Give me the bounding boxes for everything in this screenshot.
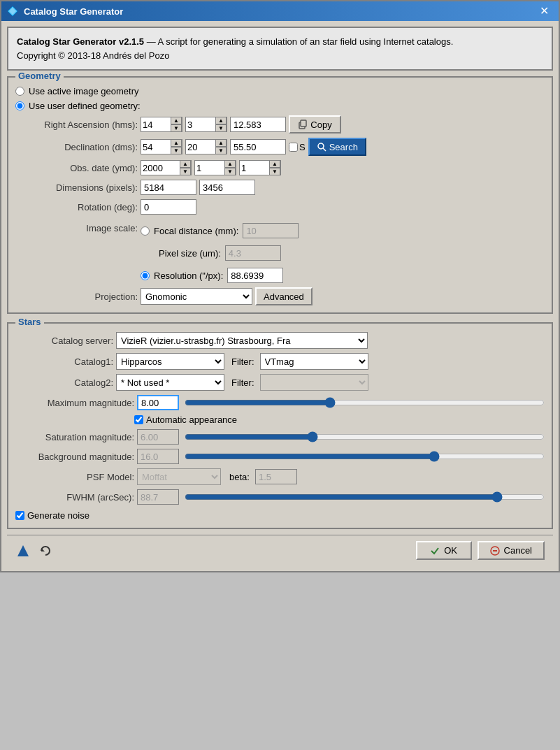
pixel-field [225,245,281,261]
cancel-icon [490,546,500,556]
triangle-icon [16,544,30,558]
obs-year-down[interactable]: ▼ [180,168,191,175]
obs-day-input[interactable]: ▲ ▼ [239,160,281,175]
obs-month-up[interactable]: ▲ [224,160,236,168]
s-checkbox-container: S [289,142,306,152]
dim-height-field[interactable] [199,180,255,195]
ra-row: Right Ascension (hms): ▲ ▼ ▲ ▼ [15,115,545,134]
svg-point-4 [318,143,324,149]
focal-field [243,223,299,238]
fwhm-slider-container [185,491,545,503]
obs-row: Obs. date (ymd): ▲ ▼ ▲ ▼ [15,160,545,175]
cancel-button[interactable]: Cancel [478,541,545,560]
sat-mag-slider[interactable] [185,431,545,442]
search-button[interactable]: Search [308,138,366,156]
obs-day-down[interactable]: ▼ [269,168,280,175]
dim-label: Dimensions (pixels): [15,182,138,193]
app-title-bold: Catalog Star Generator v2.1.5 [17,36,144,47]
dec-seconds-field[interactable] [230,139,286,154]
auto-appear-checkbox[interactable] [134,415,143,424]
projection-select[interactable]: Gnomonic [141,288,252,305]
filter1-select[interactable]: VTmag [260,353,368,370]
ra-hours-spinner[interactable]: ▲ ▼ [171,117,182,132]
obs-label: Obs. date (ymd): [15,163,138,173]
dec-minutes-down[interactable]: ▼ [215,147,227,154]
refresh-button[interactable] [38,543,53,558]
bg-mag-slider[interactable] [185,451,545,462]
resolution-radio[interactable] [141,271,150,280]
obs-day-up[interactable]: ▲ [269,160,280,168]
noise-label: Generate noise [27,510,89,521]
max-mag-slider[interactable] [185,397,545,408]
ra-minutes-up[interactable]: ▲ [215,117,227,124]
dec-s-checkbox[interactable] [289,143,298,152]
auto-appear-label: Automatic appearance [146,414,237,425]
geometry-group: Geometry Use active image geometry Use u… [7,76,553,314]
gen-noise-checkbox[interactable] [15,511,24,520]
catalog-server-label: Catalog server: [15,336,113,346]
radio-user-label: Use user defined geometry: [29,101,141,111]
ra-seconds-field[interactable] [230,117,286,132]
dec-minutes-field[interactable] [186,140,215,154]
ra-minutes-input[interactable]: ▲ ▼ [185,117,227,132]
psf-label: PSF Model: [15,472,134,482]
ra-hours-field[interactable] [141,117,171,131]
radio-active-image[interactable] [15,87,24,96]
stars-label: Stars [15,317,44,327]
dec-degrees-up[interactable]: ▲ [171,139,182,147]
obs-month-input[interactable]: ▲ ▼ [194,160,236,175]
obs-month-down[interactable]: ▼ [224,168,236,175]
bg-mag-row: Background magnitude: [15,449,545,464]
ra-minutes-down[interactable]: ▼ [215,124,227,132]
catalog-server-select[interactable]: VizieR (vizier.u-strasbg.fr) Strasbourg,… [116,332,368,349]
dim-width-field[interactable] [141,180,196,195]
obs-year-input[interactable]: ▲ ▼ [141,160,192,175]
advanced-button[interactable]: Advanced [255,287,313,305]
obs-year-field[interactable] [141,161,180,175]
dec-row: Declination (dms): ▲ ▼ ▲ ▼ [15,138,545,156]
ra-hours-up[interactable]: ▲ [171,117,182,124]
copy-button[interactable]: Copy [289,115,341,134]
focal-radio[interactable] [141,226,150,236]
focal-label: Focal distance (mm): [154,226,238,236]
bg-mag-slider-container [185,451,545,462]
obs-month-field[interactable] [195,161,224,175]
radio-user-geometry[interactable] [15,101,24,110]
svg-line-5 [323,148,326,151]
ra-minutes-field[interactable] [186,117,215,131]
rot-field[interactable] [141,199,196,215]
ok-button[interactable]: OK [416,541,472,560]
dec-minutes-input[interactable]: ▲ ▼ [185,139,227,154]
fwhm-field [137,489,179,505]
dec-minutes-spinner[interactable]: ▲ ▼ [215,139,227,154]
filter2-select [260,374,368,391]
refresh-icon [38,544,52,558]
noise-row: Generate noise [15,510,545,521]
max-mag-row: Maximum magnitude: [15,395,545,410]
catalog1-select[interactable]: Hipparcos [116,353,224,370]
close-button[interactable]: ✕ [536,4,553,18]
focal-row: Focal distance (mm): [141,223,299,238]
obs-day-field[interactable] [240,161,269,175]
ra-hours-input[interactable]: ▲ ▼ [141,117,182,132]
dec-minutes-up[interactable]: ▲ [215,139,227,147]
obs-day-spinner[interactable]: ▲ ▼ [269,160,280,175]
resolution-field[interactable] [227,268,283,283]
obs-month-spinner[interactable]: ▲ ▼ [224,160,236,175]
ra-label: Right Ascension (hms): [15,120,138,130]
max-mag-field[interactable] [137,395,179,410]
resolution-label: Resolution ("/px): [154,271,223,281]
search-icon [317,142,326,152]
ra-minutes-spinner[interactable]: ▲ ▼ [215,117,227,132]
dec-degrees-input[interactable]: ▲ ▼ [141,139,182,154]
obs-year-up[interactable]: ▲ [180,160,191,168]
dec-degrees-down[interactable]: ▼ [171,147,182,154]
dec-degrees-spinner[interactable]: ▲ ▼ [171,139,182,154]
dec-degrees-field[interactable] [141,140,171,154]
catalog2-select[interactable]: * Not used * [116,374,224,391]
nav-icon[interactable] [15,543,31,558]
fwhm-slider[interactable] [185,491,545,503]
title-bar-left: Catalog Star Generator [7,6,123,17]
ra-hours-down[interactable]: ▼ [171,124,182,132]
obs-year-spinner[interactable]: ▲ ▼ [180,160,191,175]
